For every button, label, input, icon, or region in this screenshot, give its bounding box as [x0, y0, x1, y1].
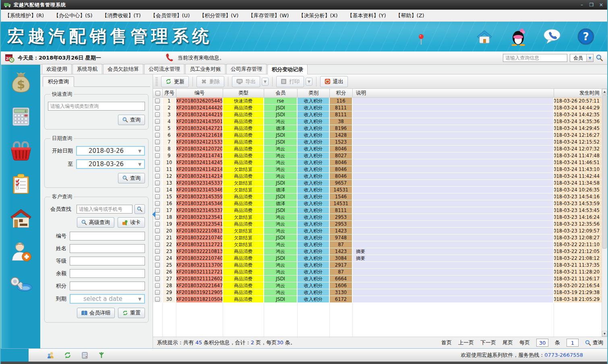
maximize-button[interactable]: ❒: [589, 2, 594, 8]
delete-button[interactable]: 删除: [196, 76, 224, 87]
row-checkbox[interactable]: [155, 297, 160, 302]
table-row[interactable]: 25XF20180321113700商品消费鸿云收入积分29172018-03-…: [153, 262, 602, 268]
field-points-input[interactable]: [70, 282, 145, 290]
tab-cashflow[interactable]: 公司流水管理: [144, 64, 184, 74]
search-icon[interactable]: [596, 54, 603, 62]
row-checkbox[interactable]: [155, 126, 160, 131]
table-row[interactable]: 8XF20180324120720商品消费鸿云收入积分80462018-03-2…: [153, 146, 602, 152]
last-page-link[interactable]: 尾页: [503, 339, 513, 346]
table-row[interactable]: 9XF20180324114741商品消费鸿云收入积分80272018-03-2…: [153, 152, 602, 159]
select-all-checkbox[interactable]: [153, 89, 163, 97]
col-no[interactable]: 序号: [163, 89, 176, 97]
table-row[interactable]: 3XF20180324144219商品消费JSDI收入积分81112018-03…: [153, 111, 602, 118]
money-bag-icon[interactable]: $: [8, 70, 33, 95]
table-row[interactable]: 26XF20180321112721商品消费鸿云收入积分872018-03-21…: [153, 269, 602, 275]
close-button[interactable]: ×: [598, 2, 604, 8]
table-row[interactable]: 12XF20180324114214商品消费鸿云收入积分80462018-03-…: [153, 173, 602, 179]
field-name-input[interactable]: [70, 244, 145, 253]
field-grade-input[interactable]: [70, 257, 145, 265]
table-row[interactable]: 1XF20180326205445快速消费rse收入积分1162018-03-2…: [153, 98, 602, 104]
row-checkbox[interactable]: [155, 99, 160, 103]
row-checkbox[interactable]: [155, 208, 160, 213]
checklist-icon[interactable]: [8, 172, 33, 197]
menu-points[interactable]: 【积分管理】(V): [199, 12, 238, 19]
row-checkbox[interactable]: [155, 269, 160, 274]
table-row[interactable]: 24XF20180322210740商品消费JSDI收入积分3084摘要2018…: [153, 255, 602, 261]
users-icon[interactable]: [47, 352, 54, 359]
tab-navigation[interactable]: 系统导航: [72, 64, 102, 74]
end-date-picker[interactable]: 2018-03-26 ▼: [76, 159, 145, 169]
row-checkbox[interactable]: [155, 167, 160, 172]
home-icon[interactable]: [475, 27, 494, 47]
table-row[interactable]: 30XF20180318210504商品消费JSDI收入积分61722018-0…: [153, 296, 602, 302]
row-checkbox[interactable]: [155, 119, 160, 124]
col-code[interactable]: 编号: [176, 89, 223, 97]
col-note[interactable]: 说明: [353, 89, 554, 97]
shopping-basket-icon[interactable]: [8, 138, 33, 163]
table-row[interactable]: 21XF20180322210740欠款结算JSDI收入积分97482018-0…: [153, 234, 602, 241]
table-row[interactable]: 16XF20180323145346商品消费德泽收入积分145312018-03…: [153, 200, 602, 207]
call-bubble-icon[interactable]: [543, 27, 561, 47]
pager-query-button[interactable]: 查询: [585, 339, 603, 346]
minimize-button[interactable]: –: [579, 2, 585, 8]
tab-welcome[interactable]: 欢迎使用: [42, 64, 72, 74]
first-page-link[interactable]: 首页: [441, 339, 452, 346]
key-icon[interactable]: [8, 273, 33, 298]
row-checkbox[interactable]: [155, 201, 160, 206]
col-time[interactable]: 发生时间: [554, 89, 602, 97]
table-row[interactable]: 19XF20180323123541商品消费鸿云收入积分29532018-03-…: [153, 221, 602, 227]
tab-staff-reconcile[interactable]: 员工业务对账: [185, 64, 225, 74]
table-row[interactable]: 15XF20180323145359商品消费JSDI收入积分15462018-0…: [153, 193, 602, 200]
table-row[interactable]: 10XF20180324114245商品消费鸿云收入积分80462018-03-…: [153, 159, 602, 166]
menu-analysis[interactable]: 【决策分析】(X): [298, 12, 337, 19]
col-category[interactable]: 类别: [298, 89, 330, 97]
scrollbar-thumb[interactable]: [602, 95, 607, 249]
row-checkbox[interactable]: [155, 263, 160, 267]
menu-cashier[interactable]: 【消费收银】(T): [102, 12, 141, 19]
table-row[interactable]: 2XF20180324144420商品消费JSDI收入积分81112018-03…: [153, 105, 602, 111]
read-card-button[interactable]: 读卡: [118, 217, 145, 228]
add-member-icon[interactable]: [8, 239, 33, 264]
table-row[interactable]: 28XF20180320221647商品消费鸿云收入积分16062018-03-…: [153, 282, 602, 289]
next-page-link[interactable]: 下一页: [480, 339, 496, 346]
panel-collapse-arrow[interactable]: [152, 211, 155, 218]
help-icon[interactable]: ?: [577, 27, 595, 47]
exit-button[interactable]: 退出: [320, 76, 348, 87]
row-checkbox[interactable]: [155, 105, 160, 110]
start-date-picker[interactable]: 2018-03-26 ▼: [76, 146, 145, 156]
tab-points-log[interactable]: 积分变动记录: [267, 64, 308, 74]
col-type[interactable]: 类型: [223, 89, 264, 97]
table-row[interactable]: 11XF20180324114214欠款结算鸿云收入积分80462018-03-…: [153, 166, 602, 173]
house-icon[interactable]: [8, 206, 33, 230]
row-checkbox[interactable]: [155, 187, 160, 192]
date-query-button[interactable]: 查询: [118, 173, 145, 183]
row-checkbox[interactable]: [155, 153, 160, 158]
scroll-down-arrow[interactable]: ▼: [602, 331, 607, 337]
calculator-icon[interactable]: 0: [8, 104, 33, 129]
print-button[interactable]: 打印: [276, 76, 304, 87]
field-balance-input[interactable]: [70, 269, 145, 278]
print-dropdown-arrow[interactable]: ▼: [306, 78, 312, 86]
row-checkbox[interactable]: [155, 215, 160, 220]
advanced-query-button[interactable]: 高级查询: [77, 217, 114, 228]
row-checkbox[interactable]: [155, 249, 160, 254]
row-checkbox[interactable]: [155, 276, 160, 281]
global-search-input[interactable]: [503, 54, 567, 62]
row-checkbox[interactable]: [155, 256, 160, 261]
menu-inventory[interactable]: 【库存管理】(W): [248, 12, 289, 19]
menu-office[interactable]: 【办公中心】(S): [54, 12, 92, 19]
page-number-input[interactable]: [567, 339, 579, 347]
qq-icon[interactable]: [509, 27, 527, 47]
menu-member[interactable]: 【会员管理】(U): [151, 12, 190, 19]
vertical-scrollbar[interactable]: ▲ ▼: [602, 89, 607, 337]
row-checkbox[interactable]: [155, 133, 160, 138]
chevron-down-icon[interactable]: ▼: [586, 54, 593, 62]
member-search-input[interactable]: [77, 205, 132, 214]
row-checkbox[interactable]: [155, 174, 160, 179]
branch-icon[interactable]: [98, 352, 105, 359]
table-row[interactable]: 20XF20180322210813欠款结算鸿云收入积分14232018-03-…: [153, 228, 602, 234]
table-row[interactable]: 5XF20180324142721商品消费德泽收入积分81962018-03-2…: [153, 125, 602, 132]
export-button[interactable]: 导出: [232, 76, 260, 87]
refresh-button[interactable]: 更新: [161, 76, 189, 87]
row-checkbox[interactable]: [155, 146, 160, 151]
